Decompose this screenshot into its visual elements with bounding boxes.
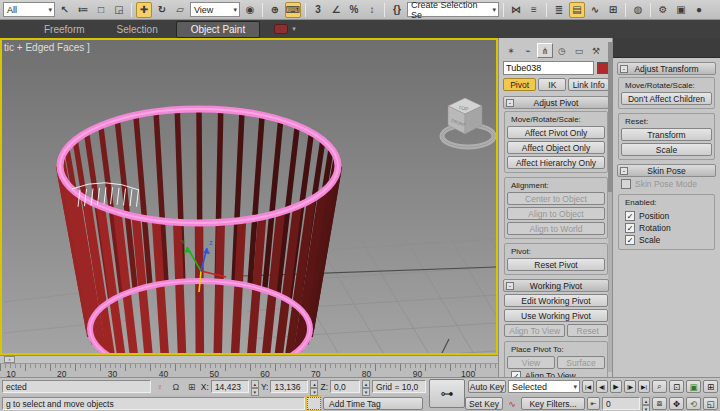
reset-pivot-button[interactable]: Reset Pivot — [507, 258, 605, 271]
zoom-extents-all-icon[interactable]: ⊞ — [703, 380, 718, 393]
affect-pivot-only-button[interactable]: Affect Pivot Only — [507, 126, 605, 139]
pan-zoom-mode-icon[interactable]: ⧈ — [652, 397, 667, 410]
select-and-rotate-icon[interactable]: ↻ — [154, 2, 170, 18]
pan-view-icon[interactable]: ✥ — [669, 397, 684, 410]
tab-selection[interactable]: Selection — [103, 22, 172, 37]
z-spinner[interactable]: ▴▾ — [362, 380, 370, 393]
add-time-tag-button[interactable]: Add Time Tag — [323, 397, 423, 410]
percent-snap-icon[interactable]: % — [346, 2, 362, 18]
snaps-toggle-3d-icon[interactable]: 3 — [310, 2, 326, 18]
keyboard-shortcut-override-icon[interactable]: ⌨ — [285, 2, 301, 18]
select-and-move-icon[interactable]: ✚ — [136, 2, 152, 18]
reset-working-pivot-button[interactable]: Reset — [567, 324, 608, 337]
reference-coordinate-dropdown[interactable]: View ▾ — [190, 2, 240, 17]
track-bar[interactable]: › — [0, 355, 498, 363]
render-setup-icon[interactable]: ⚙ — [655, 2, 671, 18]
dont-affect-children-button[interactable]: Don't Affect Children — [621, 92, 712, 105]
y-spinner[interactable]: ▴▾ — [310, 380, 318, 393]
perspective-viewport[interactable]: tic + Edged Faces ] YZ TOP FRONT — [0, 38, 498, 355]
tab-create[interactable]: ✶ — [503, 43, 519, 58]
chevron-down-icon[interactable]: ▾ — [292, 25, 296, 33]
place-pivot-view-button[interactable]: View — [507, 356, 555, 369]
material-editor-icon[interactable]: ◍ — [630, 2, 646, 18]
scale-checkbox[interactable]: ✓ — [625, 235, 635, 245]
rectangular-selection-region-icon[interactable]: □ — [93, 2, 109, 18]
tab-motion[interactable]: ◷ — [554, 43, 570, 58]
selection-filter-dropdown[interactable]: All ▾ — [3, 2, 55, 17]
zoom-extents-selected-icon[interactable]: ▣ — [686, 380, 701, 393]
key-mode-toggle-icon[interactable]: ⇤ — [587, 397, 600, 410]
edit-working-pivot-button[interactable]: Edit Working Pivot — [504, 294, 608, 307]
tab-hierarchy[interactable]: ⋔ — [537, 43, 553, 58]
key-filters-button[interactable]: Key Filters... — [521, 397, 585, 410]
ik-mode-button[interactable]: IK — [538, 78, 566, 91]
affect-hierarchy-only-button[interactable]: Affect Hierarchy Only — [507, 156, 605, 169]
go-to-start-button[interactable]: |◀ — [582, 380, 594, 393]
reset-transform-button[interactable]: Transform — [621, 128, 712, 141]
collapse-icon[interactable]: - — [620, 65, 628, 73]
named-selection-set-dropdown[interactable]: Create Selection Se ▾ — [407, 2, 499, 17]
use-pivot-point-icon[interactable]: ◉ — [242, 2, 258, 18]
pivot-mode-button[interactable]: Pivot — [503, 78, 536, 91]
set-key-button[interactable]: Set Key — [465, 397, 503, 410]
align-to-view-button[interactable]: Align To View — [504, 324, 565, 337]
frame-spinner[interactable]: ▴▾ — [642, 397, 650, 410]
align-icon[interactable]: ≡ — [526, 2, 542, 18]
adjust-transform-rollout-header[interactable]: - Adjust Transform — [617, 62, 716, 75]
viewcube[interactable]: TOP FRONT — [442, 98, 494, 147]
tab-modify[interactable]: ⌁ — [520, 43, 536, 58]
use-working-pivot-button[interactable]: Use Working Pivot — [504, 309, 608, 322]
tab-object-paint[interactable]: Object Paint — [176, 21, 260, 38]
set-keys-button[interactable]: ⊶ — [429, 379, 465, 408]
select-object-icon[interactable]: ↖ — [57, 2, 73, 18]
angle-snap-icon[interactable]: ∠ — [328, 2, 344, 18]
window-crossing-icon[interactable]: ◲ — [111, 2, 127, 18]
isolate-selection-icon[interactable]: ♀ — [153, 380, 167, 393]
align-to-object-button[interactable]: Align to Object — [507, 207, 605, 220]
collapse-icon[interactable]: - — [620, 167, 628, 175]
absolute-offset-toggle-icon[interactable]: ⊞ — [185, 380, 199, 393]
select-and-scale-icon[interactable]: ▱ — [172, 2, 188, 18]
select-and-manipulate-icon[interactable]: ⊕ — [267, 2, 283, 18]
adjust-pivot-rollout-header[interactable]: - Adjust Pivot — [503, 96, 609, 109]
tab-display[interactable]: ▭ — [571, 43, 587, 58]
spinner-snap-icon[interactable]: ↕ — [364, 2, 380, 18]
timeline-ruler[interactable]: 102030405060708090100 — [0, 363, 498, 377]
default-in-out-tangents-icon[interactable]: ∿ — [505, 397, 519, 410]
tube038-object[interactable] — [60, 109, 338, 353]
render-production-icon[interactable]: ● — [691, 2, 707, 18]
previous-frame-button[interactable]: ◀| — [596, 380, 608, 393]
collapse-icon[interactable]: - — [506, 282, 514, 290]
layer-explorer-icon[interactable]: ≣ — [551, 2, 567, 18]
viewport-label[interactable]: tic + Edged Faces ] — [4, 42, 90, 53]
toggle-scene-explorer-icon[interactable]: ▤ — [569, 2, 585, 18]
adaptive-degradation-toggle[interactable] — [307, 397, 321, 410]
selection-lock-icon[interactable]: Ω — [169, 380, 183, 393]
y-coordinate-field[interactable]: 13,136 — [270, 380, 308, 393]
collapse-icon[interactable]: - — [506, 99, 514, 107]
affect-object-only-button[interactable]: Affect Object Only — [507, 141, 605, 154]
object-name-field[interactable]: Tube038 — [503, 61, 594, 75]
zoom-extents-icon[interactable]: ⊡ — [669, 380, 684, 393]
tab-freeform[interactable]: Freeform — [30, 22, 99, 37]
place-pivot-surface-button[interactable]: Surface — [557, 356, 605, 369]
skin-pose-mode-checkbox[interactable] — [621, 179, 631, 189]
align-to-world-button[interactable]: Align to World — [507, 222, 605, 235]
next-frame-button[interactable]: |▶ — [624, 380, 636, 393]
zoom-icon[interactable]: ⌕ — [652, 380, 667, 393]
mirror-icon[interactable]: ⋈ — [508, 2, 524, 18]
x-spinner[interactable]: ▴▾ — [251, 380, 259, 393]
center-to-object-button[interactable]: Center to Object — [507, 192, 605, 205]
link-info-mode-button[interactable]: Link Info — [568, 78, 609, 91]
orbit-icon[interactable]: ⟲ — [686, 397, 701, 410]
command-panel-scrollbar[interactable] — [608, 42, 612, 372]
tab-utilities[interactable]: ⚒ — [588, 43, 604, 58]
current-frame-field[interactable]: 0 — [602, 397, 640, 410]
auto-key-button[interactable]: Auto Key — [468, 380, 506, 393]
ribbon-config-icon[interactable] — [274, 24, 288, 34]
skin-pose-rollout-header[interactable]: - Skin Pose — [617, 164, 716, 177]
rendered-frame-window-icon[interactable]: ▣ — [673, 2, 689, 18]
play-button[interactable]: ▶ — [610, 380, 622, 393]
go-to-end-button[interactable]: ▶| — [638, 380, 650, 393]
rotation-checkbox[interactable]: ✓ — [625, 223, 635, 233]
